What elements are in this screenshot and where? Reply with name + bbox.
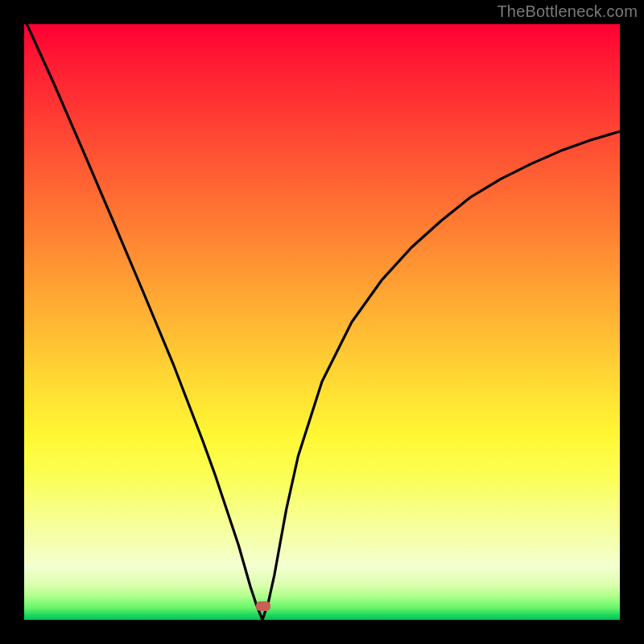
optimal-marker: [256, 601, 270, 611]
bottleneck-curve: [24, 24, 620, 620]
plot-area: [24, 24, 620, 620]
chart-frame: TheBottleneck.com: [0, 0, 644, 644]
watermark-text: TheBottleneck.com: [497, 2, 638, 21]
